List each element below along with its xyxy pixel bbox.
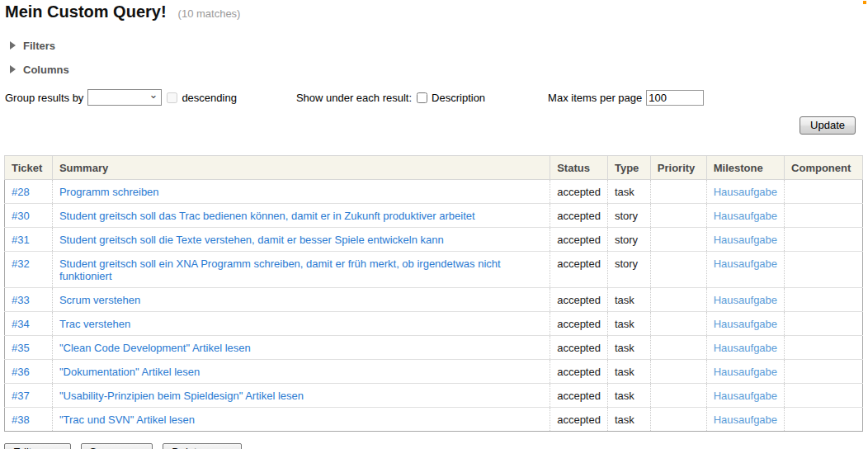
status-cell: accepted <box>550 408 608 432</box>
ticket-link[interactable]: #33 <box>12 294 30 306</box>
ticket-link[interactable]: #35 <box>12 342 30 354</box>
column-header-component[interactable]: Component <box>785 156 863 180</box>
page-title: Mein Custom Query! <box>5 2 167 21</box>
ticket-cell: #30 <box>5 204 53 228</box>
priority-cell <box>650 384 706 408</box>
table-header-row: Ticket Summary Status Type Priority Mile… <box>5 156 863 180</box>
summary-link[interactable]: Student greitsch soll das Trac bedienen … <box>59 210 475 222</box>
summary-link[interactable]: "Trac und SVN" Artikel lesen <box>59 414 195 426</box>
column-header-milestone[interactable]: Milestone <box>706 156 784 180</box>
milestone-link[interactable]: Hausaufgabe <box>714 234 777 246</box>
table-row: #34 Trac verstehen accepted task Hausauf… <box>5 312 863 336</box>
table-row: #36 "Dokumentation" Artikel lesen accept… <box>5 360 863 384</box>
ticket-cell: #31 <box>5 228 53 252</box>
component-cell <box>785 360 863 384</box>
ticket-link[interactable]: #30 <box>12 210 30 222</box>
summary-link[interactable]: "Usability-Prinzipien beim Spieldesign" … <box>59 390 304 402</box>
ticket-cell: #37 <box>5 384 53 408</box>
column-header-priority[interactable]: Priority <box>650 156 706 180</box>
status-cell: accepted <box>550 204 608 228</box>
milestone-link[interactable]: Hausaufgabe <box>714 258 777 270</box>
status-cell: accepted <box>550 312 608 336</box>
expand-arrow-icon <box>10 65 16 73</box>
milestone-cell: Hausaufgabe <box>706 180 784 204</box>
filters-toggle[interactable]: Filters <box>10 39 868 52</box>
query-actions: Edit query Save query Delete query <box>4 443 868 449</box>
columns-label: Columns <box>23 64 69 76</box>
max-items-label: Max items per page <box>548 92 642 104</box>
milestone-link[interactable]: Hausaufgabe <box>714 342 777 354</box>
summary-link[interactable]: Programm schreiben <box>59 186 159 198</box>
priority-cell <box>650 312 706 336</box>
summary-link[interactable]: "Dokumentation" Artikel lesen <box>59 366 200 378</box>
ticket-link[interactable]: #36 <box>12 366 30 378</box>
milestone-link[interactable]: Hausaufgabe <box>714 186 777 198</box>
milestone-cell: Hausaufgabe <box>706 312 784 336</box>
summary-link[interactable]: Trac verstehen <box>59 318 130 330</box>
descending-checkbox <box>167 92 177 103</box>
component-cell <box>785 408 863 432</box>
milestone-link[interactable]: Hausaufgabe <box>714 210 777 222</box>
ticket-cell: #35 <box>5 336 53 360</box>
milestone-cell: Hausaufgabe <box>706 228 784 252</box>
priority-cell <box>650 360 706 384</box>
summary-link[interactable]: Scrum verstehen <box>59 294 140 306</box>
component-cell <box>785 180 863 204</box>
type-cell: task <box>607 312 650 336</box>
milestone-link[interactable]: Hausaufgabe <box>714 366 777 378</box>
filters-label: Filters <box>23 40 55 52</box>
summary-link[interactable]: "Clean Code Development" Artikel lesen <box>59 342 251 354</box>
ticket-link[interactable]: #38 <box>12 414 30 426</box>
update-button[interactable]: Update <box>800 116 856 135</box>
column-header-status[interactable]: Status <box>550 156 608 180</box>
table-row: #28 Programm schreiben accepted task Hau… <box>5 180 863 204</box>
milestone-cell: Hausaufgabe <box>706 252 784 288</box>
ticket-link[interactable]: #37 <box>12 390 30 402</box>
group-by-label: Group results by <box>5 92 83 104</box>
column-header-summary[interactable]: Summary <box>52 156 550 180</box>
table-row: #32 Student greitsch soll ein XNA Progra… <box>5 252 863 288</box>
column-header-ticket[interactable]: Ticket <box>5 156 53 180</box>
column-header-type[interactable]: Type <box>607 156 650 180</box>
edit-query-button[interactable]: Edit query <box>4 443 71 449</box>
ticket-cell: #33 <box>5 288 53 312</box>
milestone-link[interactable]: Hausaufgabe <box>714 414 777 426</box>
status-cell: accepted <box>550 228 608 252</box>
description-label: Description <box>432 92 485 104</box>
type-cell: task <box>607 336 650 360</box>
summary-cell: Trac verstehen <box>52 312 550 336</box>
milestone-link[interactable]: Hausaufgabe <box>714 294 777 306</box>
ticket-cell: #28 <box>5 180 53 204</box>
type-cell: task <box>607 384 650 408</box>
ticket-link[interactable]: #28 <box>12 186 30 198</box>
show-under-label: Show under each result: <box>296 92 412 104</box>
ticket-link[interactable]: #34 <box>12 318 30 330</box>
delete-query-button[interactable]: Delete query <box>163 443 242 449</box>
milestone-link[interactable]: Hausaufgabe <box>714 318 777 330</box>
ticket-link[interactable]: #31 <box>12 234 30 246</box>
columns-toggle[interactable]: Columns <box>10 63 868 76</box>
type-cell: story <box>607 252 650 288</box>
priority-cell <box>650 408 706 432</box>
ticket-link[interactable]: #32 <box>12 258 30 270</box>
component-cell <box>785 228 863 252</box>
match-count: (10 matches) <box>178 7 241 20</box>
group-by-select[interactable] <box>87 89 162 106</box>
type-cell: task <box>607 360 650 384</box>
summary-cell: "Trac und SVN" Artikel lesen <box>52 408 550 432</box>
summary-link[interactable]: Student greitsch soll die Texte verstehe… <box>59 234 444 246</box>
ticket-cell: #34 <box>5 312 53 336</box>
description-checkbox[interactable] <box>417 92 427 103</box>
table-row: #35 "Clean Code Development" Artikel les… <box>5 336 863 360</box>
milestone-link[interactable]: Hausaufgabe <box>714 390 777 402</box>
rss-feed-icon-fragment <box>863 1 866 4</box>
max-items-input[interactable] <box>646 90 704 106</box>
table-row: #37 "Usability-Prinzipien beim Spieldesi… <box>5 384 863 408</box>
priority-cell <box>650 252 706 288</box>
summary-link[interactable]: Student greitsch soll ein XNA Programm s… <box>59 258 501 282</box>
summary-cell: Student greitsch soll ein XNA Programm s… <box>52 252 550 288</box>
status-cell: accepted <box>550 336 608 360</box>
save-query-button[interactable]: Save query <box>81 443 153 449</box>
table-row: #38 "Trac und SVN" Artikel lesen accepte… <box>5 408 863 432</box>
component-cell <box>785 288 863 312</box>
